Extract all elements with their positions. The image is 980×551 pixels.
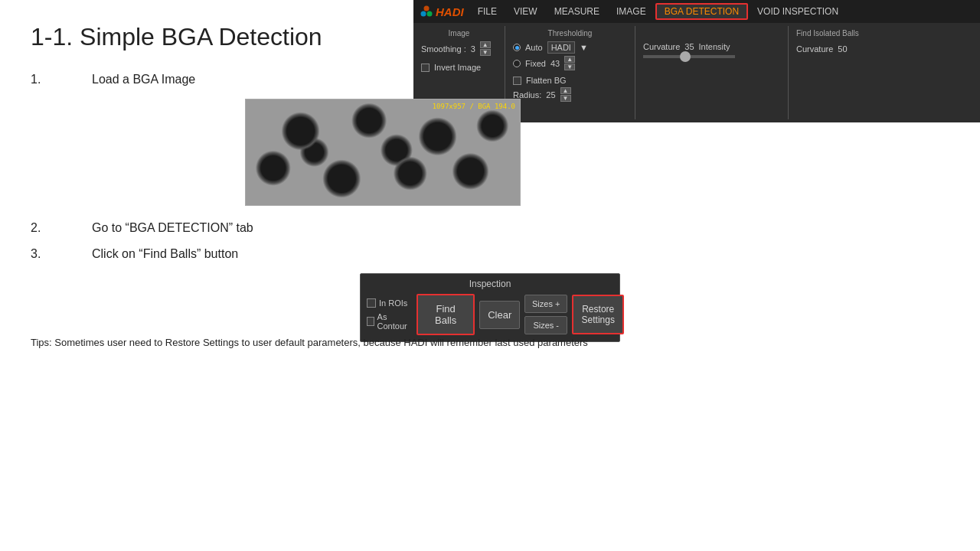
sizes-minus-button[interactable]: Sizes - [524, 316, 567, 334]
step-1-text: Load a BGA Image [92, 73, 195, 86]
clear-button[interactable]: Clear [479, 301, 520, 329]
tips-text: Tips: Sometimes user need to Restore Set… [31, 337, 949, 348]
bga-image-label: 1097x957 / BGA 194.0 [433, 103, 515, 110]
step-1: 1. Load a BGA Image [31, 73, 949, 86]
step-3-num: 3. [31, 247, 92, 261]
in-rois-checkbox[interactable] [367, 298, 376, 308]
sizes-col: Sizes + Sizes - [524, 295, 567, 334]
step-2: 2. Go to “BGA DETECTION” tab [31, 221, 949, 235]
bga-image: 1097x957 / BGA 194.0 [245, 99, 521, 206]
find-balls-button[interactable]: Find Balls [416, 294, 475, 335]
step-1-num: 1. [31, 73, 92, 86]
sizes-plus-button[interactable]: Sizes + [524, 295, 567, 313]
bga-image-visual [246, 99, 520, 205]
restore-settings-button[interactable]: Restore Settings [572, 295, 624, 334]
page-title: 1-1. Simple BGA Detection [31, 23, 949, 51]
in-rois-check: In ROIs [367, 298, 409, 308]
inspection-checkboxes: In ROIs As Contour [367, 298, 409, 331]
inspection-panel-container: Inspection In ROIs As Contour Find Balls… [360, 273, 949, 342]
as-contour-checkbox[interactable] [367, 317, 374, 326]
step-3: 3. Click on “Find Balls” button [31, 247, 949, 261]
step-2-num: 2. [31, 221, 92, 235]
step-3-text: Click on “Find Balls” button [92, 247, 238, 261]
as-contour-label: As Contour [377, 312, 410, 331]
inspection-panel: Inspection In ROIs As Contour Find Balls… [360, 273, 620, 342]
in-rois-label: In ROIs [379, 298, 407, 308]
page-content: 1-1. Simple BGA Detection 1. Load a BGA … [0, 0, 980, 357]
as-contour-check: As Contour [367, 312, 409, 331]
step-2-text: Go to “BGA DETECTION” tab [92, 221, 253, 235]
inspection-panel-title: Inspection [367, 279, 613, 289]
